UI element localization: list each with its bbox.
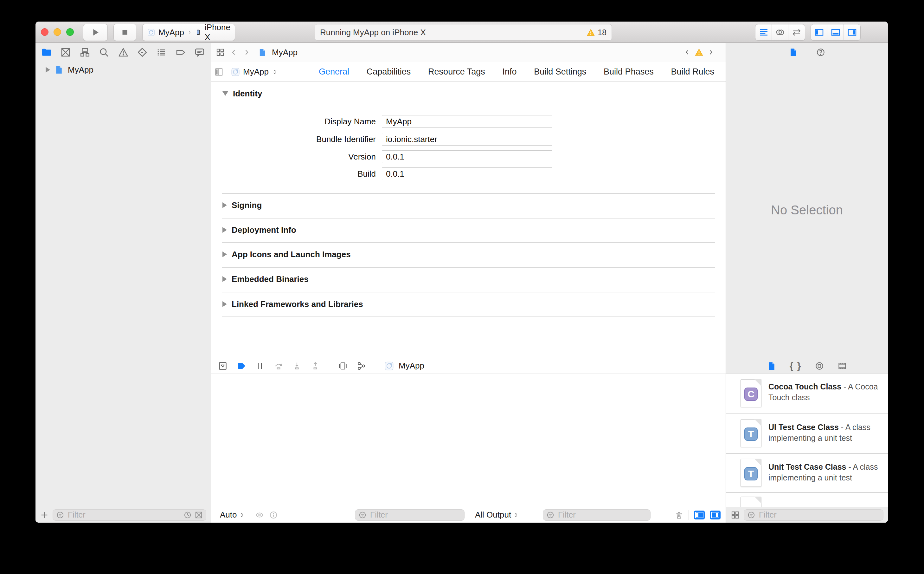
console-filter-input[interactable] (557, 510, 647, 520)
library-item[interactable]: T Unit Test Case Class - A class impleme… (726, 454, 888, 492)
embedded-binaries-section-header[interactable]: Embedded Binaries (222, 274, 309, 284)
minimize-button[interactable] (53, 28, 61, 36)
library-filter-input[interactable] (758, 510, 880, 520)
view-debugger-icon[interactable] (338, 361, 347, 371)
library-filter-field[interactable] (744, 509, 883, 521)
toggle-inspectors-button[interactable] (844, 24, 860, 40)
disclosure-triangle[interactable] (222, 91, 228, 96)
media-library-icon[interactable] (838, 361, 847, 371)
standard-editor-button[interactable] (756, 24, 772, 40)
forward-icon[interactable] (243, 49, 250, 56)
memory-graph-icon[interactable] (357, 361, 366, 371)
tab-build-rules[interactable]: Build Rules (671, 67, 714, 77)
step-into-icon[interactable] (292, 361, 302, 371)
disclosure-triangle[interactable] (222, 301, 227, 307)
library-item-partial[interactable] (726, 493, 888, 507)
report-navigator-icon[interactable] (194, 47, 205, 58)
grid-view-icon[interactable] (731, 510, 740, 520)
file-templates-icon[interactable] (767, 361, 776, 371)
issue-navigator-icon[interactable] (118, 47, 129, 58)
version-field[interactable] (382, 150, 552, 163)
build-field[interactable] (382, 167, 552, 180)
toggle-navigator-button[interactable] (811, 24, 827, 40)
project-row[interactable]: MyApp (36, 62, 211, 77)
version-editor-button[interactable] (788, 24, 805, 40)
library-item[interactable]: T UI Test Case Class - A class implement… (726, 413, 888, 453)
tab-general[interactable]: General (319, 67, 349, 77)
disclosure-triangle[interactable] (222, 227, 227, 233)
source-control-navigator-icon[interactable] (60, 47, 71, 58)
next-issue-icon[interactable] (707, 49, 714, 56)
variables-pane-toggle[interactable] (694, 511, 705, 519)
variables-filter-field[interactable] (355, 509, 465, 521)
zoom-button[interactable] (66, 28, 74, 36)
console-pane-toggle[interactable] (710, 511, 721, 519)
navigator-filter-input[interactable] (67, 510, 181, 520)
stop-button[interactable] (113, 24, 136, 41)
file-inspector-icon[interactable] (789, 47, 798, 57)
breakpoint-navigator-icon[interactable] (175, 47, 186, 58)
close-button[interactable] (41, 28, 49, 36)
linked-frameworks-section-header[interactable]: Linked Frameworks and Libraries (222, 300, 363, 309)
step-over-icon[interactable] (274, 361, 283, 371)
debug-target-label[interactable]: MyApp (399, 361, 424, 371)
code-snippets-icon[interactable]: { } (790, 361, 802, 371)
source-control-status-icon[interactable] (195, 511, 203, 519)
disclosure-triangle[interactable] (46, 67, 50, 73)
console-filter-field[interactable] (543, 509, 651, 521)
related-items-icon[interactable] (215, 47, 225, 57)
object-library-icon[interactable] (815, 361, 824, 371)
field-label: Build (211, 169, 376, 179)
recents-clock-icon[interactable] (184, 511, 192, 519)
back-icon[interactable] (230, 49, 238, 56)
project-navigator-icon[interactable] (41, 47, 52, 58)
signing-section-header[interactable]: Signing (222, 200, 262, 210)
hide-debug-area-icon[interactable] (218, 361, 228, 371)
tab-capabilities[interactable]: Capabilities (367, 67, 411, 77)
quick-help-icon[interactable] (816, 47, 825, 57)
variables-filter-input[interactable] (369, 510, 461, 520)
filter-icon (56, 511, 64, 519)
issue-warning-icon[interactable] (695, 48, 704, 57)
disclosure-triangle[interactable] (222, 202, 227, 208)
symbol-navigator-icon[interactable] (80, 47, 90, 58)
previous-issue-icon[interactable] (684, 49, 691, 56)
print-description-icon[interactable] (269, 511, 278, 519)
library-item[interactable]: C Cocoa Touch Class - A Cocoa Touch clas… (726, 374, 888, 413)
breadcrumb-item[interactable]: MyApp (272, 47, 297, 57)
disclosure-triangle[interactable] (222, 251, 227, 257)
tab-build-settings[interactable]: Build Settings (534, 67, 586, 77)
console-scope-selector[interactable]: All Output (475, 510, 519, 520)
deployment-info-section-header[interactable]: Deployment Info (222, 225, 296, 235)
scheme-selector[interactable]: MyApp iPhone X (142, 24, 235, 41)
activity-status-bar[interactable]: Running MyApp on iPhone X 18 (315, 24, 612, 41)
find-navigator-icon[interactable] (99, 47, 109, 58)
tab-info[interactable]: Info (502, 67, 517, 77)
warning-count-group[interactable]: 18 (586, 28, 607, 37)
breakpoints-toggle-icon[interactable] (236, 361, 247, 371)
variables-scope-selector[interactable]: Auto (220, 510, 245, 520)
test-navigator-icon[interactable] (137, 47, 148, 58)
toggle-debug-area-button[interactable] (827, 24, 844, 40)
assistant-editor-button[interactable] (772, 24, 788, 40)
navigator-filter-field[interactable] (53, 509, 206, 521)
section-divider (222, 242, 715, 243)
add-button[interactable] (40, 511, 49, 519)
pause-icon[interactable] (255, 361, 265, 371)
debug-navigator-icon[interactable] (156, 47, 167, 58)
console-view[interactable] (468, 374, 726, 507)
bundle-identifier-field[interactable] (382, 133, 552, 145)
clear-console-trash-icon[interactable] (675, 511, 684, 519)
target-selector[interactable]: MyApp (231, 67, 278, 77)
tab-build-phases[interactable]: Build Phases (603, 67, 654, 77)
identity-section-header[interactable]: Identity (222, 89, 262, 98)
variables-view[interactable] (211, 374, 468, 507)
app-icons-section-header[interactable]: App Icons and Launch Images (222, 249, 351, 259)
editor-sidebar-toggle-icon[interactable] (214, 67, 224, 77)
display-name-field[interactable] (382, 115, 552, 128)
step-out-icon[interactable] (311, 361, 320, 371)
tab-resource-tags[interactable]: Resource Tags (428, 67, 485, 77)
quicklook-eye-icon[interactable] (255, 511, 264, 519)
disclosure-triangle[interactable] (222, 276, 227, 282)
run-button[interactable] (83, 24, 108, 41)
